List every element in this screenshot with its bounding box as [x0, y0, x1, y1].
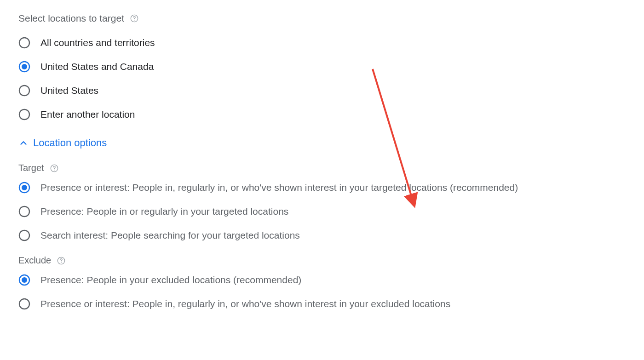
svg-point-14 — [61, 262, 62, 263]
radio-checked-icon — [18, 274, 30, 286]
location-options-toggle[interactable]: Location options — [18, 137, 644, 149]
radio-unchecked-icon — [18, 109, 30, 120]
location-option-us[interactable]: United States — [18, 85, 644, 97]
help-icon[interactable] — [130, 14, 139, 23]
radio-unchecked-icon — [18, 229, 30, 241]
svg-point-10 — [22, 185, 27, 190]
radio-unchecked-icon — [18, 85, 30, 97]
radio-checked-icon — [18, 182, 30, 194]
target-option-label: Presence or interest: People in, regular… — [40, 182, 518, 193]
target-heading-text: Target — [18, 163, 44, 173]
svg-point-6 — [19, 109, 29, 120]
svg-point-1 — [134, 20, 135, 21]
exclude-option-label: Presence: People in your excluded locati… — [40, 274, 301, 286]
target-option-label: Search interest: People searching for yo… — [40, 229, 300, 241]
location-option-all[interactable]: All countries and territories — [18, 37, 644, 49]
target-heading: Target — [18, 163, 644, 173]
svg-point-5 — [19, 86, 29, 96]
select-locations-heading-text: Select locations to target — [18, 13, 124, 24]
target-radio-group: Presence or interest: People in, regular… — [18, 182, 644, 241]
target-option-presence-interest[interactable]: Presence or interest: People in, regular… — [18, 182, 644, 194]
location-option-label: Enter another location — [40, 109, 135, 120]
help-icon[interactable] — [57, 256, 66, 265]
location-option-label: United States — [40, 85, 98, 96]
exclude-radio-group: Presence: People in your excluded locati… — [18, 274, 644, 310]
svg-point-17 — [19, 299, 29, 309]
svg-point-11 — [19, 206, 29, 217]
select-locations-heading: Select locations to target — [18, 13, 644, 24]
svg-point-16 — [22, 277, 27, 283]
svg-point-4 — [22, 64, 27, 69]
help-icon[interactable] — [50, 164, 59, 173]
exclude-option-presence-interest[interactable]: Presence or interest: People in, regular… — [18, 298, 644, 310]
radio-checked-icon — [18, 61, 30, 73]
exclude-heading: Exclude — [18, 255, 644, 266]
location-option-other[interactable]: Enter another location — [18, 109, 644, 120]
location-options-toggle-label: Location options — [33, 137, 107, 149]
exclude-option-label: Presence or interest: People in, regular… — [40, 298, 450, 309]
target-option-search-interest[interactable]: Search interest: People searching for yo… — [18, 229, 644, 241]
exclude-option-presence[interactable]: Presence: People in your excluded locati… — [18, 274, 644, 286]
target-option-label: Presence: People in or regularly in your… — [40, 206, 288, 217]
locations-radio-group: All countries and territories United Sta… — [18, 37, 644, 120]
chevron-up-icon — [18, 138, 29, 148]
svg-point-12 — [19, 230, 29, 240]
location-option-label: United States and Canada — [40, 61, 154, 72]
location-option-label: All countries and territories — [40, 37, 155, 48]
svg-point-8 — [54, 170, 55, 171]
location-option-us-ca[interactable]: United States and Canada — [18, 61, 644, 73]
radio-unchecked-icon — [18, 37, 30, 49]
radio-unchecked-icon — [18, 206, 30, 217]
radio-unchecked-icon — [18, 298, 30, 310]
exclude-heading-text: Exclude — [18, 255, 51, 266]
target-option-presence[interactable]: Presence: People in or regularly in your… — [18, 206, 644, 217]
svg-point-2 — [19, 38, 29, 48]
